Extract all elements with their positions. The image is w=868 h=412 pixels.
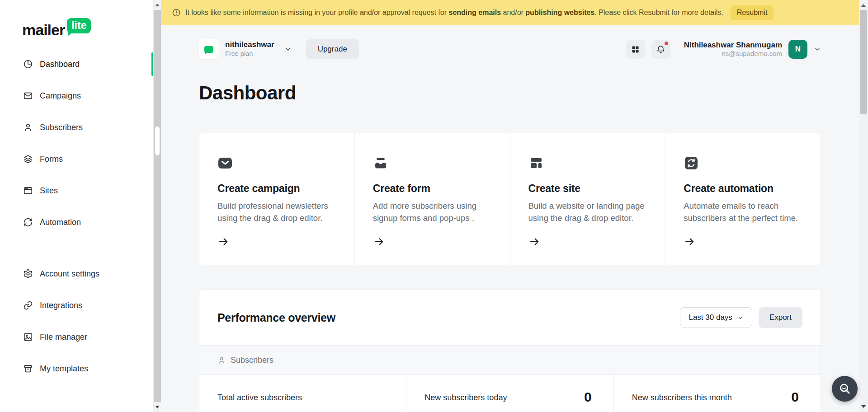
metric-new-subscribers-today: New subscribers today 0 [406, 375, 613, 412]
chevron-down-icon[interactable] [814, 46, 821, 53]
workspace-avatar [199, 39, 219, 59]
quick-actions: Create campaign Build professional newsl… [199, 133, 821, 265]
triangle-up-icon [155, 4, 160, 6]
sidebar-item-label: Campaigns [40, 91, 81, 101]
info-icon [172, 8, 181, 17]
page-scrollbar [859, 0, 868, 412]
card-description: Automate emails to reach subscribers at … [684, 200, 802, 225]
create-automation-card[interactable]: Create automation Automate emails to rea… [665, 133, 821, 265]
sidebar-item-sites[interactable]: Sites [0, 175, 153, 206]
export-button[interactable]: Export [759, 307, 802, 328]
upgrade-button[interactable]: Upgrade [306, 39, 359, 59]
sidebar-item-dashboard[interactable]: Dashboard [0, 48, 153, 80]
warning-banner: It looks like some information is missin… [161, 0, 859, 25]
sidebar-item-label: Forms [40, 154, 63, 164]
arrow-right-icon [373, 236, 385, 248]
banner-text: It looks like some information is missin… [185, 9, 723, 17]
envelope-open-icon [217, 155, 233, 171]
main-content: It looks like some information is missin… [161, 0, 859, 412]
user-meta[interactable]: Nithileashwar Shanmugam ns@supademo.com [684, 40, 782, 58]
sidebar-primary-nav: Dashboard Campaigns Subscribers Forms Si… [0, 48, 153, 238]
sidebar-item-subscribers[interactable]: Subscribers [0, 112, 153, 143]
sidebar-item-file-manager[interactable]: File manager [0, 321, 153, 353]
sidebar-item-label: Automation [40, 218, 81, 227]
create-site-card[interactable]: Create site Build a website or landing p… [510, 133, 665, 265]
chevron-down-icon [737, 314, 744, 321]
sidebar-item-label: Integrations [40, 301, 82, 310]
arrow-right-icon [684, 236, 695, 248]
sidebar-item-label: File manager [40, 332, 87, 342]
link-icon [23, 300, 33, 310]
sidebar-item-label: Sites [40, 186, 58, 196]
workspace-name: nithileashwar [225, 40, 274, 49]
performance-title: Performance overview [217, 311, 335, 324]
logo-text-mailer: mailer [22, 22, 65, 38]
card-description: Add more subscribers using signup forms … [373, 200, 492, 225]
tab-subscribers[interactable]: Subscribers [199, 345, 821, 375]
sidebar-scroll-up-arrow[interactable] [154, 0, 161, 10]
sidebar-item-label: Subscribers [40, 123, 83, 132]
settings-icon [23, 269, 33, 279]
sidebar-item-my-templates[interactable]: My templates [0, 353, 153, 384]
performance-overview-panel: Performance overview Last 30 days Export… [199, 290, 821, 412]
metric-value: 0 [791, 390, 799, 404]
apps-grid-button[interactable] [626, 40, 645, 59]
sidebar-item-integrations[interactable]: Integrations [0, 290, 153, 321]
sidebar-scroll-down-arrow[interactable] [154, 402, 161, 412]
arrow-right-icon [217, 236, 229, 248]
metric-value: 0 [584, 390, 592, 404]
sidebar-item-forms[interactable]: Forms [0, 143, 153, 175]
create-campaign-card[interactable]: Create campaign Build professional newsl… [199, 133, 354, 265]
workspace-selector[interactable]: nithileashwar Free plan [199, 39, 292, 59]
campaigns-icon [23, 91, 33, 101]
notification-dot [665, 42, 668, 45]
notifications-button[interactable] [651, 40, 670, 59]
metric-new-subscribers-this-month: New subscribers this month 0 [613, 375, 821, 412]
image-icon [23, 332, 33, 342]
scroll-down-arrow[interactable] [859, 402, 868, 411]
sites-icon [23, 186, 33, 196]
user-name: Nithileashwar Shanmugam [684, 40, 782, 50]
mailerlite-logo[interactable]: mailer lite [0, 0, 153, 38]
triangle-down-icon [861, 405, 866, 408]
sidebar-item-campaigns[interactable]: Campaigns [0, 80, 153, 112]
sidebar-item-automation[interactable]: Automation [0, 206, 153, 238]
scroll-up-arrow[interactable] [859, 1, 868, 10]
date-range-dropdown[interactable]: Last 30 days [680, 307, 752, 328]
top-header: nithileashwar Free plan Upgrade [199, 39, 821, 60]
metric-label: New subscribers today [425, 390, 507, 403]
logo-text-lite: lite [67, 18, 91, 33]
page-scrollbar-thumb[interactable] [860, 10, 867, 114]
magnifier-smile-icon [838, 382, 852, 396]
automation-icon [23, 217, 33, 227]
dashboard-icon [23, 59, 33, 69]
chat-bubble-icon [204, 46, 213, 53]
chevron-down-icon [284, 46, 292, 53]
triangle-up-icon [861, 4, 866, 7]
user-avatar[interactable]: N [788, 40, 807, 59]
resubmit-button[interactable]: Resubmit [731, 5, 774, 20]
create-form-card[interactable]: Create form Add more subscribers using s… [354, 133, 510, 265]
user-email: ns@supademo.com [684, 50, 782, 58]
sidebar-scrollbar [154, 0, 161, 412]
sidebar-scrollbar-thumb[interactable] [155, 126, 160, 155]
card-title: Create site [528, 183, 647, 195]
metrics-row: Total active subscribers New subscribers… [199, 375, 821, 412]
bell-icon [656, 45, 665, 54]
grid-icon [631, 45, 640, 54]
card-title: Create campaign [217, 183, 336, 195]
performance-header: Performance overview Last 30 days Export [199, 290, 821, 345]
magnifier-fab-button[interactable] [832, 376, 858, 402]
metric-label: New subscribers this month [632, 390, 732, 403]
card-description: Build professional newsletters using the… [217, 200, 336, 225]
metric-label: Total active subscribers [217, 390, 302, 403]
inbox-tray-icon [373, 155, 388, 171]
metric-total-active-subscribers: Total active subscribers [199, 375, 406, 412]
header-right: Nithileashwar Shanmugam ns@supademo.com … [626, 40, 821, 59]
sidebar-item-account-settings[interactable]: Account settings [0, 258, 153, 290]
sidebar-item-label: My templates [40, 364, 88, 374]
layout-icon [528, 155, 544, 171]
person-icon [217, 356, 226, 365]
sidebar-item-label: Account settings [40, 269, 99, 279]
sidebar-item-label: Dashboard [40, 60, 80, 69]
